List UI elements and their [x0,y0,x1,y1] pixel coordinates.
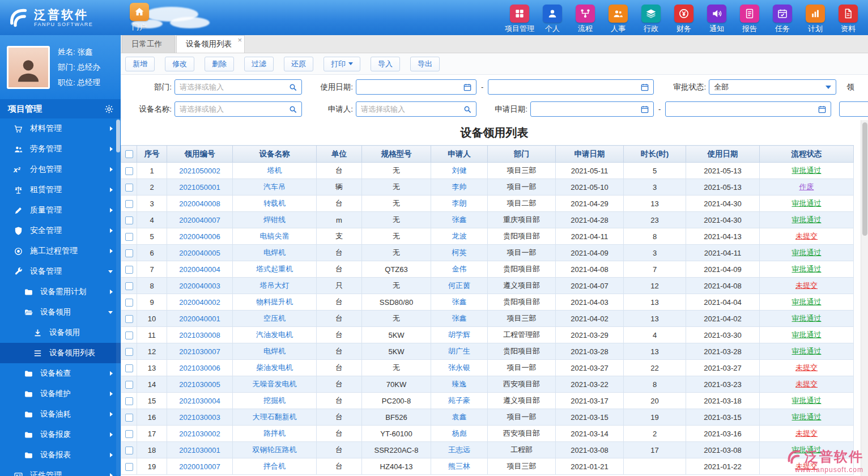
link-name[interactable]: 塔吊大灯 [260,281,290,290]
link-code[interactable]: 2021030008 [179,331,220,339]
link-code[interactable]: 2021030004 [179,397,220,405]
link-applicant[interactable]: 熊三林 [448,462,470,470]
link-name[interactable]: 无噪音发电机 [253,380,297,388]
sidebar-item-labor[interactable]: 劳务管理 [0,139,121,159]
status-badge[interactable]: 审批通过 [792,199,822,207]
link-applicant[interactable]: 李朗 [452,199,467,207]
use-date-end-field[interactable] [488,80,640,94]
link-name[interactable]: 柴油发电机 [256,363,293,372]
top-nav-flow[interactable]: 流程 [569,5,602,34]
row-checkbox[interactable] [125,216,133,224]
row-checkbox[interactable] [125,167,133,175]
link-name[interactable]: 大理石翻新机 [253,413,297,421]
link-code[interactable]: 2020040004 [179,265,220,274]
status-badge[interactable]: 未提交 [795,462,818,470]
status-badge[interactable]: 未提交 [795,380,818,388]
status-badge[interactable]: 审批通过 [792,396,822,405]
link-applicant[interactable]: 柯英 [452,248,467,257]
link-applicant[interactable]: 胡学辉 [448,330,470,339]
link-name[interactable]: 拌合机 [263,462,286,470]
link-applicant[interactable]: 张鑫 [452,298,467,306]
applicant-field[interactable] [356,102,463,116]
status-badge[interactable]: 作废 [799,182,814,191]
row-checkbox[interactable] [125,397,133,405]
link-code[interactable]: 2021030006 [179,364,220,372]
top-nav-admin[interactable]: 行政 [635,5,667,34]
status-badge[interactable]: 审批通过 [792,248,822,257]
row-checkbox[interactable] [125,249,133,257]
row-checkbox[interactable] [125,447,133,454]
link-name[interactable]: 挖掘机 [263,396,286,405]
row-checkbox[interactable] [125,414,133,422]
link-code[interactable]: 2020040001 [179,314,220,323]
top-nav-docs[interactable]: 资料 [832,5,865,34]
link-name[interactable]: 电焊机 [263,347,286,355]
link-code[interactable]: 2020040003 [179,282,220,290]
sidebar-item-material[interactable]: 材料管理 [0,118,121,139]
link-code[interactable]: 2020040008 [179,199,220,208]
sidebar-item-safety[interactable]: 安全管理 [0,220,121,241]
sidebar-item-construction[interactable]: 施工过程管理 [0,241,121,261]
toolbar-button-新增[interactable]: 新增 [125,57,155,71]
row-checkbox[interactable] [125,364,133,372]
row-checkbox[interactable] [125,233,133,241]
toolbar-button-过滤[interactable]: 过滤 [244,57,274,71]
search-icon[interactable] [288,105,297,114]
close-icon[interactable]: × [237,36,242,44]
link-applicant[interactable]: 金伟 [452,265,467,273]
link-code[interactable]: 2021050001 [179,183,220,192]
link-name[interactable]: 转载机 [263,199,286,207]
link-name[interactable]: 双钢轮压路机 [253,445,297,454]
status-badge[interactable]: 未提交 [795,363,818,372]
toolbar-button-打印[interactable]: 打印 [324,57,360,71]
status-badge[interactable]: 审批通过 [792,330,822,339]
approval-status-select[interactable]: 全部 [709,79,836,95]
link-name[interactable]: 空压机 [263,314,286,322]
row-checkbox[interactable] [125,315,133,323]
status-badge[interactable]: 未提交 [795,429,818,437]
link-applicant[interactable]: 袁鑫 [452,413,467,421]
top-nav-plan[interactable]: 计划 [799,5,832,34]
calendar-icon[interactable] [640,83,649,92]
row-checkbox[interactable] [125,332,133,339]
sidebar-item-equip-use[interactable]: 设备领用 [0,302,121,322]
link-name[interactable]: 塔式起重机 [256,265,293,273]
top-nav-task[interactable]: 任务 [766,5,799,34]
toolbar-button-还原[interactable]: 还原 [284,57,313,71]
sidebar-item-equip-use-list[interactable]: 设备领用列表 [0,343,121,363]
sidebar-item-equip-fuel[interactable]: 设备油耗 [0,404,121,424]
toolbar-button-删除[interactable]: 删除 [205,57,234,71]
vertical-scrollbar[interactable] [861,120,868,476]
link-applicant[interactable]: 王志远 [448,445,470,454]
select-all-checkbox[interactable] [125,150,133,158]
status-badge[interactable]: 未提交 [795,232,818,240]
sidebar-item-equip-maint[interactable]: 设备维护 [0,384,121,404]
link-code[interactable]: 2020040006 [179,232,220,241]
link-name[interactable]: 汽油发电机 [256,330,293,339]
sidebar-item-equip-report[interactable]: 设备报表 [0,445,121,465]
link-applicant[interactable]: 龙波 [452,232,467,240]
link-name[interactable]: 电焊机 [263,248,286,257]
link-name[interactable]: 焊钳线 [263,215,286,224]
search-icon[interactable] [463,105,472,114]
scroll-thumb[interactable] [862,122,867,236]
link-code[interactable]: 2021030003 [179,413,220,422]
device-name-field[interactable] [175,102,288,116]
cut-off-input[interactable] [839,101,868,117]
top-nav-finance[interactable]: 财务 [667,5,700,34]
link-applicant[interactable]: 胡广生 [448,347,470,355]
toolbar-button-修改[interactable]: 修改 [165,57,194,71]
gear-icon[interactable] [104,104,114,114]
status-badge[interactable]: 审批通过 [792,445,822,454]
link-code[interactable]: 2020040007 [179,216,220,224]
toolbar-button-导入[interactable]: 导入 [371,57,400,71]
status-badge[interactable]: 审批通过 [792,347,822,355]
use-date-start-field[interactable] [356,80,463,94]
apply-date-end-input[interactable] [665,101,831,117]
cut-off-field[interactable] [840,102,868,116]
sidebar-scroll-thumb[interactable] [116,120,120,152]
row-checkbox[interactable] [125,266,133,274]
sidebar-scrollbar[interactable] [116,118,120,476]
link-name[interactable]: 塔机 [267,166,282,175]
sidebar-item-certificate[interactable]: 证件管理 [0,465,121,476]
